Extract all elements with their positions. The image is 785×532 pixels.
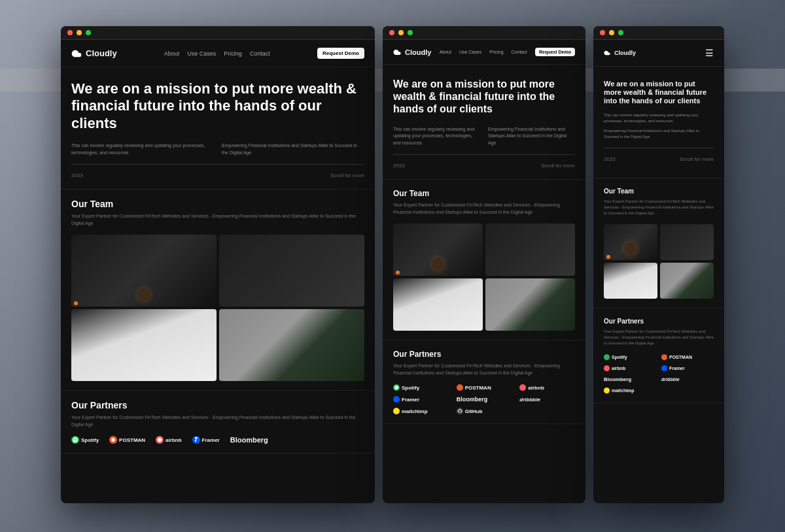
mailchimp-icon-s: [604, 388, 610, 393]
hero-large: We are on a mission to put more wealth &…: [61, 67, 375, 190]
partners-desc-medium: Your Expert Partner for Customized FinTe…: [393, 363, 575, 376]
airbnb-logo: airbnb: [156, 436, 181, 444]
hero-small: We are on a mission to put more wealth &…: [593, 67, 724, 178]
cta-button-large[interactable]: Request Demo: [317, 48, 364, 59]
photo-couch: [219, 309, 364, 381]
partners-title-medium: Our Partners: [393, 350, 575, 359]
dot-yellow-s: [609, 30, 614, 35]
team-desc-medium: Your Expert Partner for Customized FinTe…: [393, 202, 575, 216]
nav-about[interactable]: About: [164, 50, 180, 57]
team-title-medium: Our Team: [393, 189, 575, 198]
partners-title-large: Our Partners: [71, 400, 364, 410]
year-large: 2023: [71, 173, 83, 178]
dot-yellow-m: [398, 30, 404, 35]
photo-couch-m: [485, 278, 575, 331]
mailchimp-s: mailchimp: [604, 388, 656, 393]
dot-green-s: [618, 30, 623, 35]
airbnb-icon: [156, 436, 164, 444]
browser-medium: Cloudly About Use Cases Pricing Contact …: [383, 26, 585, 503]
photo-grid-medium: [393, 224, 575, 331]
cloud-icon-m: [393, 48, 401, 56]
partners-section-large: Our Partners Your Expert Partner for Cus…: [61, 391, 375, 454]
nav-contact-m[interactable]: Contact: [512, 50, 527, 54]
browser-content-small: Cloudly ☰ We are on a mission to put mor…: [593, 40, 724, 503]
hamburger-icon[interactable]: ☰: [705, 48, 714, 58]
hero-headline-medium: We are on a mission to put more wealth &…: [393, 78, 575, 116]
spotify-m: Spotify: [393, 384, 449, 391]
dot-green: [86, 30, 91, 35]
nav-logo-large: Cloudly: [71, 48, 117, 59]
nav-about-m[interactable]: About: [440, 50, 451, 54]
dribbble-m: dribbble: [519, 396, 575, 403]
photo-desk: [71, 309, 217, 381]
nav-use-cases-m[interactable]: Use Cases: [459, 50, 481, 54]
team-section-large: Our Team Your Expert Partner for Customi…: [61, 190, 375, 391]
nav-links-large: About Use Cases Pricing Contact: [164, 50, 270, 57]
spotify-logo: Spotify: [71, 436, 99, 444]
dot-red-s: [600, 30, 605, 35]
airbnb-icon-s: [604, 365, 610, 371]
cloud-icon-s: [604, 50, 610, 56]
photo-pc-m: [485, 224, 575, 276]
spotify-icon-m: [393, 384, 400, 391]
browser-chrome-medium: [383, 26, 585, 40]
browsers-container: Cloudly About Use Cases Pricing Contact …: [0, 0, 785, 532]
photo-coffee-s: [604, 224, 657, 260]
nav-large: Cloudly About Use Cases Pricing Contact …: [61, 40, 375, 67]
team-desc-large: Your Expert Partner for Customized FinTe…: [71, 213, 364, 227]
bloomberg-m: Bloomberg: [457, 396, 512, 403]
partners-grid-medium: Spotify POSTMAN airbnb Framer Bloomber: [393, 384, 575, 403]
browser-chrome-small: [593, 26, 724, 40]
scroll-large: Scroll for more: [330, 173, 364, 178]
logo-text: Cloudly: [86, 48, 117, 58]
hero-headline-large: We are on a mission to put more wealth &…: [71, 80, 364, 132]
nav-pricing-m[interactable]: Pricing: [489, 50, 503, 54]
airbnb-icon-m: [519, 384, 526, 391]
photo-pc-s: [660, 224, 714, 260]
hero-footer-small: 2023 Scroll for more: [604, 156, 714, 162]
hero-col1-small: This can involve regularly reviewing and…: [604, 112, 714, 124]
cta-button-medium[interactable]: Request Demo: [535, 48, 575, 56]
svg-marker-2: [194, 440, 196, 442]
browser-content-large: Cloudly About Use Cases Pricing Contact …: [61, 40, 375, 503]
photo-wrapper-m1: [393, 224, 483, 276]
partners-list-small: Spotify POSTMAN airbnb Framer Bloomber: [604, 354, 714, 393]
photo-grid-large: [71, 235, 364, 381]
logo-text-s: Cloudly: [614, 50, 636, 56]
hero-col1-medium: This can involve regularly reviewing and…: [393, 126, 480, 147]
nav-logo-small: Cloudly: [604, 50, 636, 56]
nav-use-cases[interactable]: Use Cases: [187, 50, 216, 57]
nav-links-medium: About Use Cases Pricing Contact: [440, 50, 527, 54]
framer-m: Framer: [393, 396, 449, 403]
partners-section-small: Our Partners Your Expert Partner for Cus…: [593, 308, 724, 403]
spotify-icon: [71, 436, 79, 444]
cloud-icon: [71, 48, 82, 59]
framer-logo: Framer: [192, 436, 220, 444]
postman-icon: [109, 436, 117, 444]
svg-point-0: [111, 439, 114, 442]
browser-chrome-large: [61, 26, 375, 40]
hero-headline-small: We are on a mission to put more wealth &…: [604, 80, 714, 106]
postman-icon-m: [457, 384, 463, 391]
nav-contact[interactable]: Contact: [250, 50, 270, 57]
nav-pricing[interactable]: Pricing: [224, 50, 242, 57]
framer-s: Framer: [661, 365, 714, 371]
photo-desk-s: [604, 263, 657, 299]
postman-s: POSTMAN: [661, 354, 714, 360]
dot-green-m: [408, 30, 413, 35]
photo-coffee-m: [393, 224, 483, 276]
hero-medium: We are on a mission to put more wealth &…: [383, 65, 585, 180]
partners-row2-medium: mailchimp GitHub: [393, 408, 575, 414]
team-section-small: Our Team Your Expert Partner for Customi…: [593, 178, 724, 308]
photo-desk-m: [393, 278, 483, 331]
nav-logo-medium: Cloudly: [393, 48, 431, 56]
mailchimp-m: mailchimp: [393, 408, 449, 414]
nav-small: Cloudly ☰: [593, 40, 724, 67]
framer-icon: [192, 436, 200, 444]
bloomberg-s: Bloomberg: [604, 376, 656, 382]
hero-col1-large: This can involve regularly reviewing and…: [71, 142, 214, 156]
mailchimp-icon-m: [393, 408, 400, 414]
nav-medium: Cloudly About Use Cases Pricing Contact …: [383, 40, 585, 65]
spotify-s: Spotify: [604, 354, 656, 360]
spotify-icon-s: [604, 354, 610, 360]
